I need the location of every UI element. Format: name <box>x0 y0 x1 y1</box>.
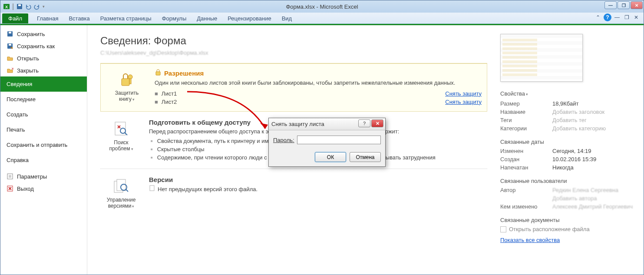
dates-heading: Связанные даты <box>500 139 635 145</box>
minimize-button[interactable]: — <box>604 1 617 9</box>
save-icon <box>7 30 13 37</box>
nav-exit[interactable]: Выход <box>0 182 87 195</box>
dialog-help-button[interactable]: ? <box>358 119 370 127</box>
nav-print[interactable]: Печать <box>0 122 87 137</box>
ribbon-tab-insert[interactable]: Вставка <box>63 13 95 23</box>
ribbon-tab-formulas[interactable]: Формулы <box>157 13 192 23</box>
save-as-icon <box>7 43 13 50</box>
prop-created: Создан10.02.2016 15:39 <box>500 155 635 163</box>
versions-section: Управление версиями▾ Версии Нет предыдущ… <box>100 169 487 218</box>
window-controls: — ❐ ✕ <box>604 1 643 9</box>
button-label: Управление версиями▾ <box>102 197 140 209</box>
nav-label: Открыть <box>17 55 39 62</box>
shield-icon <box>155 69 162 77</box>
protect-workbook-button[interactable]: Защитить книгу▾ <box>106 69 148 106</box>
ribbon-tab-review[interactable]: Рецензирование <box>222 13 276 23</box>
ribbon-tab-page-layout[interactable]: Разметка страницы <box>95 13 157 23</box>
properties-panel: Свойства▾ Размер18,9Кбайт НазваниеДобави… <box>500 25 644 275</box>
nav-label: Последние <box>7 96 36 103</box>
prop-title[interactable]: НазваниеДобавить заголовок <box>500 108 635 116</box>
document-thumbnail[interactable] <box>500 34 583 82</box>
nav-recent[interactable]: Последние <box>0 92 87 107</box>
backstage-nav: Сохранить Сохранить как Открыть ✕Закрыть… <box>0 25 87 275</box>
nav-label: Сохранить и отправить <box>7 142 67 148</box>
redo-icon[interactable] <box>33 3 40 10</box>
svg-rect-21 <box>150 186 154 191</box>
file-path: C:\Users\alekseev_dg\Desktop\Форма.xlsx <box>100 50 487 56</box>
nav-close[interactable]: ✕Закрыть <box>0 64 87 76</box>
save-icon[interactable] <box>16 3 23 10</box>
docs-heading: Связанные документы <box>500 217 635 223</box>
unprotect-sheet-dialog: Снять защиту листа ? ✕ Пароль: ОК Отмена <box>268 118 386 167</box>
window-title: Форма.xlsx - Microsoft Excel <box>0 3 644 10</box>
window-close-icon[interactable]: ✕ <box>632 13 640 21</box>
open-file-location[interactable]: Открыть расположение файла <box>500 226 635 232</box>
qat-dropdown-icon[interactable]: ▾ <box>42 4 45 9</box>
nav-new[interactable]: Создать <box>0 107 87 122</box>
ribbon-tab-data[interactable]: Данные <box>192 13 222 23</box>
window-restore-icon[interactable]: ❐ <box>623 13 631 21</box>
dialog-buttons: ОК Отмена <box>269 149 385 166</box>
manage-versions-button[interactable]: Управление версиями▾ <box>100 176 142 211</box>
nav-save-send[interactable]: Сохранить и отправить <box>0 137 87 152</box>
nav-open[interactable]: Открыть <box>0 52 87 64</box>
undo-icon[interactable] <box>25 3 32 10</box>
password-label: Пароль: <box>273 137 294 143</box>
nav-help[interactable]: Справка <box>0 152 87 168</box>
properties-heading[interactable]: Свойства▾ <box>500 90 635 97</box>
nav-save[interactable]: Сохранить <box>0 28 87 40</box>
nav-options[interactable]: Параметры <box>0 170 87 182</box>
svg-rect-14 <box>129 79 131 84</box>
permissions-section: Защитить книгу▾ Разрешения Один или неск… <box>100 63 487 112</box>
password-input[interactable] <box>297 136 381 144</box>
open-icon <box>7 55 13 62</box>
close-button[interactable]: ✕ <box>631 1 643 9</box>
ribbon-tabs: Файл Главная Вставка Разметка страницы Ф… <box>0 13 644 24</box>
nav-save-as[interactable]: Сохранить как <box>0 40 87 52</box>
window-minimize-icon[interactable]: — <box>613 13 621 21</box>
exit-icon <box>7 185 13 192</box>
nav-label: Сохранить как <box>17 43 55 50</box>
nav-label: Выход <box>17 186 34 192</box>
prop-add-author[interactable]: Добавить автора <box>500 194 635 202</box>
lock-key-icon <box>118 71 135 88</box>
maximize-button[interactable]: ❐ <box>618 1 630 9</box>
unprotect-link[interactable]: Снять защиту <box>445 90 482 97</box>
unprotect-link[interactable]: Снять защиту <box>445 99 482 105</box>
title-bar: X | ▾ Форма.xlsx - Microsoft Excel — ❐ ✕ <box>0 0 644 13</box>
folder-icon <box>500 226 506 232</box>
prop-author: АвторРедкин Елена Сергеевна <box>500 186 635 194</box>
dialog-close-button[interactable]: ✕ <box>371 119 383 127</box>
check-issues-button[interactable]: Поиск проблем▾ <box>100 119 142 162</box>
dialog-titlebar[interactable]: Снять защиту листа ? ✕ <box>269 118 385 130</box>
help-icon[interactable]: ? <box>604 13 611 21</box>
cancel-button[interactable]: Отмена <box>350 152 381 162</box>
svg-text:X: X <box>5 5 8 9</box>
prop-tags[interactable]: ТегиДобавить тег <box>500 116 635 124</box>
prop-last-modified-by: Кем измененоАлексеев Дмитрий Георгиевич <box>500 202 635 211</box>
nav-label: Печать <box>7 126 25 133</box>
sheet-name: Лист2 <box>162 99 177 105</box>
ribbon-tab-home[interactable]: Главная <box>32 13 63 23</box>
nav-label: Сведения <box>7 81 32 87</box>
nav-label: Создать <box>7 111 28 118</box>
svg-rect-3 <box>18 4 21 6</box>
sheet-row: ■Лист2Снять защиту <box>155 98 482 106</box>
page-title: Сведения: Форма <box>100 35 487 47</box>
excel-app-icon[interactable]: X <box>3 3 10 10</box>
inspect-icon <box>112 120 130 138</box>
svg-rect-12 <box>122 79 129 86</box>
prop-categories[interactable]: КатегорииДобавить категорию <box>500 124 635 133</box>
nav-info[interactable]: Сведения <box>0 76 87 92</box>
file-tab[interactable]: Файл <box>2 13 28 23</box>
page-icon <box>149 186 155 192</box>
show-all-properties-link[interactable]: Показать все свойства <box>500 237 560 243</box>
close-file-icon: ✕ <box>7 67 13 74</box>
svg-rect-5 <box>9 32 11 33</box>
quick-access-toolbar: X | ▾ <box>0 3 45 10</box>
minimize-ribbon-icon[interactable]: ⌃ <box>594 13 602 21</box>
nav-label: Справка <box>7 157 29 163</box>
ribbon-tab-view[interactable]: Вид <box>277 13 297 23</box>
options-icon <box>7 173 13 180</box>
ok-button[interactable]: ОК <box>315 152 346 162</box>
